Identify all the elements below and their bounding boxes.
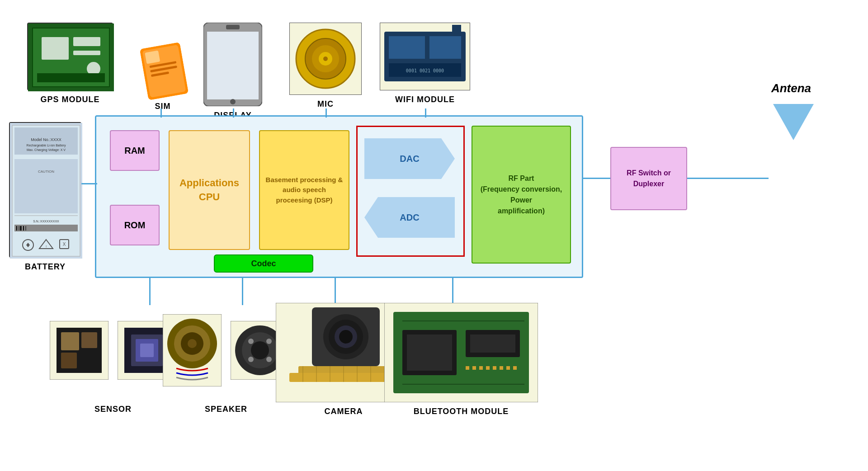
dac-shape: DAC <box>364 138 455 179</box>
svg-point-72 <box>251 341 269 359</box>
rom-box: ROM <box>110 205 160 245</box>
svg-rect-100 <box>493 366 496 370</box>
camera-vline <box>335 278 336 305</box>
svg-text:Model No.:XXXX: Model No.:XXXX <box>31 137 61 142</box>
gps-module-label: GPS MODULE <box>27 95 113 104</box>
svg-rect-93 <box>407 334 452 371</box>
svg-text:X: X <box>63 242 66 247</box>
svg-point-36 <box>230 99 236 104</box>
svg-point-68 <box>248 339 254 344</box>
rom-label: ROM <box>124 220 146 231</box>
display-vline <box>233 108 234 118</box>
sensor-vline <box>149 278 151 305</box>
svg-point-78 <box>339 330 353 344</box>
svg-point-70 <box>248 357 254 362</box>
battery-hline <box>81 183 97 184</box>
sim-image <box>140 42 189 100</box>
main-processing-box: RAM ROM Applications CPU Basement proces… <box>95 115 583 278</box>
svg-text:Max. Charging Voltage: X V: Max. Charging Voltage: X V <box>27 148 66 152</box>
svg-point-64 <box>188 339 197 348</box>
wifi-module-label: WIFI MODULE <box>380 95 470 104</box>
svg-text:S.N.:XXXXXXXXX: S.N.:XXXXXXXXX <box>33 220 59 223</box>
battery-image: Model No.:XXXX Rechargeable Li-ion Batte… <box>9 122 81 258</box>
svg-text:0001 0021 0000: 0001 0021 0000 <box>406 68 444 73</box>
mic-image <box>289 23 362 95</box>
svg-rect-4 <box>73 51 100 55</box>
svg-rect-95 <box>470 334 515 353</box>
dac-label: DAC <box>400 154 419 164</box>
bluetooth-module-image <box>384 303 538 402</box>
svg-rect-103 <box>513 366 517 370</box>
display-image <box>203 23 262 106</box>
dsp-box: Basement processing & audio speech proce… <box>259 130 349 250</box>
wifi-module-image: 0001 0021 0000 <box>380 23 470 90</box>
svg-rect-49 <box>452 25 461 34</box>
antena-label: Antena <box>746 81 836 95</box>
rf-switch-label: RF Switch or Duplexer <box>616 168 682 189</box>
camera-label: CAMERA <box>307 407 380 416</box>
ram-box: RAM <box>110 130 160 171</box>
diagram-container: GPS MODULE Model No.:XXXX Rechargeable L… <box>0 0 868 471</box>
rf-switch-box: RF Switch or Duplexer <box>610 147 687 210</box>
rfswitch-to-antena-line <box>687 178 769 179</box>
svg-text:!: ! <box>46 245 47 249</box>
codec-label: Codec <box>251 259 276 268</box>
mic-label: MIC <box>289 99 362 109</box>
dac-adc-box: DAC ADC <box>356 126 465 257</box>
battery-label: BATTERY <box>9 262 81 272</box>
rf-part-box: RF Part (Frequency conversion, Power amp… <box>472 126 571 264</box>
sensor-label: SENSOR <box>68 405 158 414</box>
svg-rect-96 <box>466 366 469 370</box>
dsp-label: Basement processing & audio speech proce… <box>264 175 344 206</box>
svg-rect-52 <box>61 332 79 350</box>
svg-rect-98 <box>479 366 483 370</box>
svg-rect-45 <box>389 36 425 59</box>
gps-module-image <box>27 23 113 90</box>
svg-rect-99 <box>486 366 490 370</box>
bt-vline <box>452 278 453 305</box>
adc-label: ADC <box>400 212 419 223</box>
svg-rect-34 <box>207 32 259 99</box>
svg-rect-3 <box>73 37 100 46</box>
mic-vline <box>326 108 327 118</box>
svg-point-69 <box>266 339 272 344</box>
adc-shape: ADC <box>364 197 455 238</box>
svg-rect-101 <box>500 366 503 370</box>
codec-box: Codec <box>214 254 313 273</box>
ram-label: RAM <box>124 146 145 156</box>
svg-rect-102 <box>506 366 510 370</box>
svg-rect-13 <box>14 159 78 213</box>
antena-symbol <box>773 104 814 140</box>
wifi-vline <box>425 108 426 118</box>
speaker-vline <box>242 278 243 305</box>
svg-rect-2 <box>42 37 69 60</box>
svg-point-42 <box>323 57 328 61</box>
svg-rect-53 <box>81 332 97 348</box>
applications-cpu-label: Applications CPU <box>179 176 239 204</box>
sim-label: SIM <box>140 102 185 111</box>
svg-rect-46 <box>429 36 461 59</box>
rf-part-label: RF Part (Frequency conversion, Power amp… <box>481 173 562 217</box>
svg-point-71 <box>266 357 272 362</box>
svg-rect-29 <box>145 51 160 64</box>
svg-text:CAUTION: CAUTION <box>38 170 54 174</box>
bluetooth-module-label: BLUETOOTH MODULE <box>393 407 529 416</box>
applications-cpu-box: Applications CPU <box>169 130 250 250</box>
svg-rect-35 <box>226 25 240 29</box>
main-to-rfswitch-line <box>583 178 610 179</box>
svg-rect-97 <box>472 366 476 370</box>
speaker-label: SPEAKER <box>176 405 276 414</box>
svg-rect-6 <box>37 73 105 82</box>
sim-vline <box>160 108 162 118</box>
svg-text:Rechargeable Li-ion Battery: Rechargeable Li-ion Battery <box>27 144 66 147</box>
svg-rect-54 <box>61 353 77 368</box>
